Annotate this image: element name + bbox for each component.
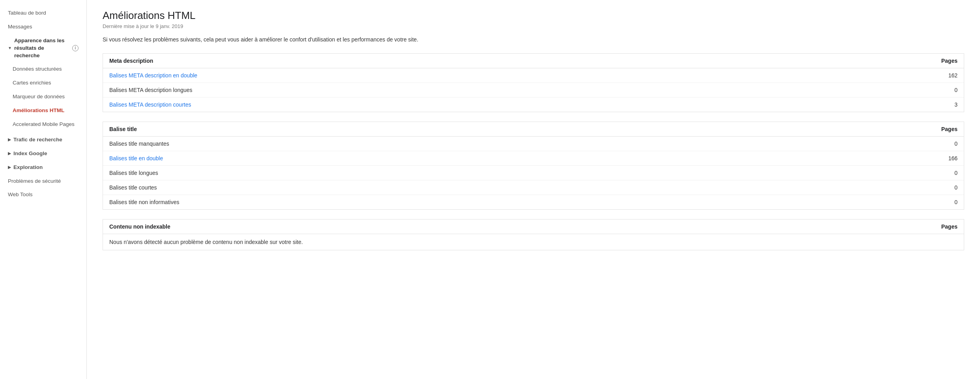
section-balise-title-header: Balise title Pages: [103, 122, 964, 137]
sidebar-item-donnees-structurees[interactable]: Données structurées: [0, 62, 86, 76]
table-row: Balises title courtes 0: [103, 180, 964, 195]
arrow-right-icon: ▶: [8, 151, 11, 156]
description: Si vous résolvez les problèmes suivants,…: [103, 36, 964, 44]
main-content: Améliorations HTML Dernière mise à jour …: [87, 0, 980, 379]
sidebar-item-problemes-securite[interactable]: Problèmes de sécurité: [0, 174, 86, 188]
row-title-double-value: 166: [942, 155, 958, 161]
table-row: Balises title manquantes 0: [103, 137, 964, 151]
sidebar: Tableau de bord Messages ▼ Apparence dan…: [0, 0, 87, 379]
sidebar-item-web-tools[interactable]: Web Tools: [0, 188, 86, 202]
row-title-courtes-label: Balises title courtes: [109, 184, 157, 191]
info-icon[interactable]: i: [72, 45, 79, 51]
sidebar-item-tableau-de-bord[interactable]: Tableau de bord: [0, 6, 86, 20]
page-title: Améliorations HTML: [103, 9, 964, 22]
row-title-longues-value: 0: [942, 170, 958, 176]
row-title-manquantes-value: 0: [942, 141, 958, 147]
table-row: Balises title en double 166: [103, 151, 964, 166]
table-row: Balises title non informatives 0: [103, 195, 964, 209]
sidebar-item-marqueur-de-donnees[interactable]: Marqueur de données: [0, 90, 86, 104]
row-title-non-informatives-label: Balises title non informatives: [109, 199, 179, 205]
table-row: Balises META description en double 162: [103, 68, 964, 83]
sidebar-item-ameliorations-html[interactable]: Améliorations HTML: [0, 104, 86, 118]
no-problem-message: Nous n'avons détecté aucun problème de c…: [103, 234, 964, 250]
section-meta-description-title: Meta description: [109, 58, 153, 64]
section-meta-description: Meta description Pages Balises META desc…: [103, 53, 964, 112]
row-title-manquantes-label: Balises title manquantes: [109, 141, 169, 147]
section-contenu-non-indexable-header: Contenu non indexable Pages: [103, 220, 964, 234]
row-meta-description-courtes-link[interactable]: Balises META description courtes: [109, 101, 191, 108]
row-title-courtes-value: 0: [942, 184, 958, 191]
section-contenu-non-indexable: Contenu non indexable Pages Nous n'avons…: [103, 219, 964, 250]
section-balise-title: Balise title Pages Balises title manquan…: [103, 122, 964, 210]
section-contenu-non-indexable-title: Contenu non indexable: [109, 223, 170, 230]
sidebar-item-apparence[interactable]: ▼ Apparence dans les résultats de recher…: [0, 34, 86, 63]
sidebar-item-trafic[interactable]: ▶ Trafic de recherche: [0, 133, 86, 147]
table-row: Balises META description courtes 3: [103, 98, 964, 112]
table-row: Balises META description longues 0: [103, 83, 964, 98]
row-meta-description-double-link[interactable]: Balises META description en double: [109, 72, 197, 79]
sidebar-item-cartes-enrichies[interactable]: Cartes enrichies: [0, 76, 86, 90]
row-meta-description-longues-label: Balises META description longues: [109, 87, 193, 93]
section-meta-description-col-pages: Pages: [941, 58, 958, 64]
section-meta-description-header: Meta description Pages: [103, 54, 964, 68]
section-balise-title-title: Balise title: [109, 126, 137, 132]
row-meta-description-longues-value: 0: [942, 87, 958, 93]
arrow-down-icon: ▼: [8, 45, 12, 51]
section-balise-title-col-pages: Pages: [941, 126, 958, 132]
last-updated: Dernière mise à jour le 9 janv. 2019: [103, 23, 964, 29]
section-contenu-non-indexable-col-pages: Pages: [941, 223, 958, 230]
sidebar-item-accelerated-mobile-pages[interactable]: Accelerated Mobile Pages: [0, 118, 86, 131]
sidebar-item-messages[interactable]: Messages: [0, 20, 86, 34]
table-row: Balises title longues 0: [103, 166, 964, 180]
row-title-longues-label: Balises title longues: [109, 170, 158, 176]
row-title-double-link[interactable]: Balises title en double: [109, 155, 163, 161]
row-title-non-informatives-value: 0: [942, 199, 958, 205]
row-meta-description-courtes-value: 3: [942, 101, 958, 108]
sidebar-item-index-google[interactable]: ▶ Index Google: [0, 147, 86, 161]
sidebar-item-exploration[interactable]: ▶ Exploration: [0, 161, 86, 174]
row-meta-description-double-value: 162: [942, 72, 958, 79]
arrow-right-icon: ▶: [8, 165, 11, 170]
arrow-right-icon: ▶: [8, 137, 11, 143]
